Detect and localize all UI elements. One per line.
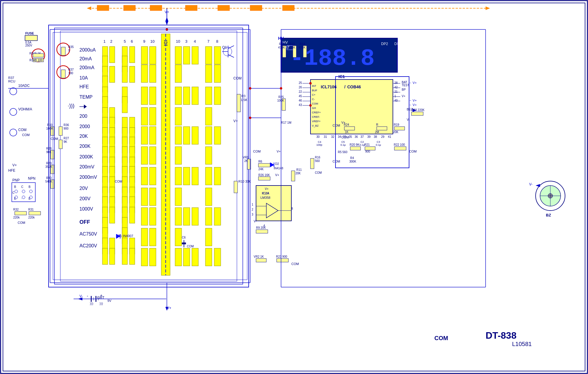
svg-text:V+: V+ — [341, 121, 346, 124]
svg-text:1: 1 — [103, 39, 105, 44]
svg-text:25: 25 — [299, 81, 302, 85]
svg-text:5: 5 — [124, 39, 126, 44]
svg-text:0.1μ: 0.1μ — [376, 143, 381, 146]
svg-rect-184 — [214, 248, 221, 266]
svg-text:СОВ46: СОВ46 — [347, 85, 361, 89]
svg-text:900: 900 — [365, 150, 370, 153]
svg-text:R14: R14 — [300, 42, 305, 46]
svg-text:9: 9 — [143, 39, 145, 44]
svg-rect-218 — [59, 127, 62, 135]
svg-text:→ V+: → V+ — [408, 103, 417, 107]
svg-text:43: 43 — [299, 103, 302, 107]
svg-text:200mA: 200mA — [79, 65, 94, 70]
svg-point-483 — [309, 82, 312, 85]
svg-text:COM: COM — [341, 135, 349, 139]
svg-text:R34B 100: R34B 100 — [29, 59, 43, 62]
svg-text:→ V+: → V+ — [408, 99, 417, 102]
svg-text:C6: C6 — [182, 236, 186, 239]
svg-text:C4: C4 — [318, 140, 321, 143]
svg-text:COM: COM — [315, 171, 322, 174]
svg-text:⟩⟩⟩: ⟩⟩⟩ — [99, 302, 103, 305]
svg-text:470K: 470K — [278, 46, 285, 49]
svg-text:46: 46 — [299, 99, 302, 102]
svg-text:10: 10 — [150, 39, 155, 44]
svg-text:22: 22 — [299, 90, 302, 93]
svg-text:PNP: PNP — [12, 178, 20, 182]
svg-text:BP: BP — [402, 88, 406, 91]
svg-rect-60 — [102, 248, 108, 264]
svg-text:8: 8 — [291, 207, 293, 210]
svg-text:1K: 1K — [345, 130, 349, 134]
svg-text:24K: 24K — [258, 168, 264, 171]
svg-rect-254 — [29, 211, 41, 215]
svg-text:8: 8 — [216, 39, 218, 44]
svg-text:200: 200 — [79, 114, 87, 119]
svg-text:R18 220K: R18 220K — [411, 108, 425, 112]
svg-text:C5: C5 — [341, 140, 345, 143]
svg-rect-163 — [192, 167, 198, 185]
svg-text:26: 26 — [299, 86, 302, 89]
svg-rect-120 — [141, 188, 148, 206]
svg-text:42: 42 — [394, 86, 398, 89]
svg-rect-176 — [205, 228, 212, 246]
svg-text:100K: 100K — [277, 99, 284, 102]
svg-text:100: 100 — [68, 72, 73, 75]
svg-rect-152 — [183, 47, 190, 64]
svg-text:9K: 9K — [64, 140, 67, 143]
svg-rect-133 — [150, 228, 156, 246]
svg-text:R19: R19 — [394, 123, 399, 126]
svg-text:100p: 100p — [316, 143, 322, 146]
svg-rect-118 — [141, 147, 148, 164]
svg-text:20V: 20V — [79, 186, 88, 191]
svg-text:1: 1 — [252, 203, 253, 206]
svg-rect-115 — [141, 87, 148, 105]
svg-text:C3: C3 — [377, 140, 380, 143]
svg-rect-445 — [394, 147, 406, 150]
svg-rect-173 — [205, 167, 212, 185]
svg-rect-141 — [175, 47, 182, 64]
svg-text:NPN: NPN — [28, 176, 35, 181]
svg-rect-174 — [205, 188, 212, 206]
svg-text:R21: R21 — [364, 143, 370, 146]
svg-rect-412 — [256, 230, 268, 233]
svg-text:COM: COM — [51, 137, 58, 140]
svg-text:DP2: DP2 — [381, 42, 388, 46]
svg-rect-440 — [350, 147, 361, 150]
svg-text:TEST: TEST — [402, 84, 409, 87]
svg-text:OFF: OFF — [79, 219, 90, 225]
svg-text:V+: V+ — [402, 95, 406, 98]
svg-text:11: 11 — [164, 42, 168, 47]
svg-rect-75 — [109, 248, 115, 264]
svg-text:B: B — [29, 185, 31, 188]
svg-text:3: 3 — [252, 213, 253, 216]
svg-rect-177 — [205, 248, 212, 266]
svg-text:36: 36 — [355, 135, 358, 138]
svg-text:200V: 200V — [79, 196, 91, 201]
svg-text:R12: R12 — [279, 42, 285, 46]
svg-text:20K: 20K — [295, 172, 301, 175]
svg-rect-134 — [150, 248, 156, 266]
svg-text:40: 40 — [394, 99, 398, 102]
svg-text:⟩⟩⟩: ⟩⟩⟩ — [90, 302, 93, 305]
svg-text:1.5K: 1.5K — [241, 98, 248, 102]
svg-text:R29: R29 — [46, 162, 52, 165]
svg-text:R30: R30 — [46, 176, 52, 180]
svg-rect-73 — [109, 207, 115, 223]
svg-rect-409 — [291, 171, 295, 181]
svg-rect-147 — [175, 167, 182, 185]
svg-rect-130 — [150, 167, 156, 185]
svg-text:220k: 220k — [28, 216, 35, 219]
svg-text:2000mV: 2000mV — [79, 175, 97, 180]
svg-text:90K: 90K — [46, 150, 52, 154]
svg-rect-167 — [205, 47, 212, 64]
svg-text:2M: 2M — [375, 130, 379, 134]
svg-text:R5 560: R5 560 — [338, 150, 348, 154]
svg-rect-131 — [150, 188, 156, 206]
svg-rect-420 — [277, 259, 288, 262]
svg-rect-157 — [183, 248, 190, 266]
svg-rect-124 — [150, 47, 156, 64]
svg-text:7: 7 — [207, 39, 209, 44]
svg-text:RCU: RCU — [8, 80, 15, 83]
svg-rect-170 — [205, 107, 212, 125]
svg-text:C2: C2 — [361, 140, 364, 143]
